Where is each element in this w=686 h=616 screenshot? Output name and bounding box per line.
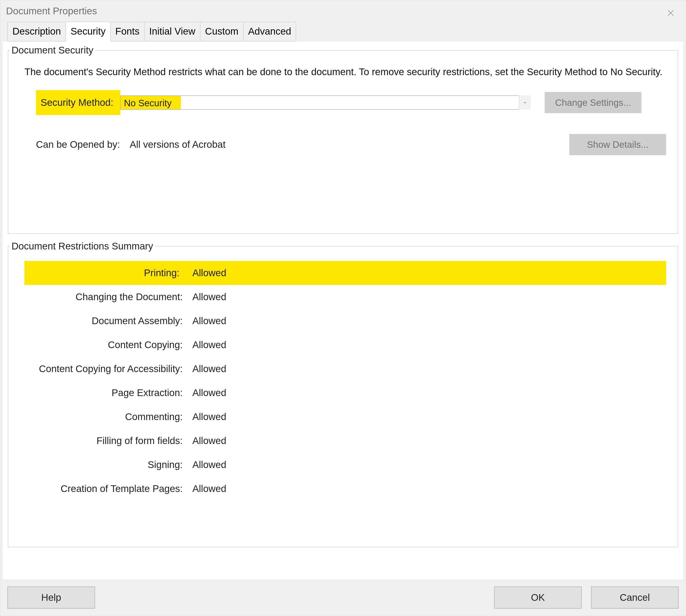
restriction-value: Allowed (186, 263, 240, 283)
tab-description[interactable]: Description (7, 22, 66, 42)
restriction-value: Allowed (186, 435, 226, 446)
restriction-row: Content Copying:Allowed (24, 333, 666, 357)
show-details-button[interactable]: Show Details... (569, 134, 666, 155)
dialog-footer: Help OK Cancel (0, 579, 686, 616)
restriction-row: Document Assembly:Allowed (24, 309, 666, 333)
close-button[interactable] (665, 7, 676, 18)
restriction-row: Content Copying for Accessibility:Allowe… (24, 357, 666, 381)
restriction-row: Page Extraction:Allowed (24, 381, 666, 405)
security-intro-text: The document's Security Method restricts… (24, 65, 666, 79)
tab-custom[interactable]: Custom (200, 22, 243, 42)
restriction-value: Allowed (186, 483, 226, 494)
restriction-value: Allowed (186, 291, 226, 303)
close-icon (667, 9, 675, 17)
tab-content: Document Security The document's Securit… (3, 42, 683, 579)
tab-security[interactable]: Security (65, 22, 111, 42)
restriction-label: Signing: (24, 459, 186, 470)
security-method-label-highlight: Security Method: (36, 90, 120, 115)
restriction-label: Filling of form fields: (24, 435, 186, 446)
tab-initial-view[interactable]: Initial View (144, 22, 200, 42)
restriction-label: Changing the Document: (24, 291, 186, 303)
restrictions-summary-group: Document Restrictions Summary Printing:A… (8, 241, 678, 547)
opened-by-value: All versions of Acrobat (130, 139, 226, 150)
change-settings-button[interactable]: Change Settings... (544, 92, 642, 113)
restriction-label: Content Copying for Accessibility: (24, 363, 186, 374)
restriction-row: Commenting:Allowed (24, 405, 666, 429)
tab-fonts[interactable]: Fonts (110, 22, 145, 42)
restriction-value: Allowed (186, 363, 226, 374)
restriction-value: Allowed (186, 411, 226, 422)
restriction-row: Printing:Allowed (24, 261, 666, 285)
restriction-row: Filling of form fields:Allowed (24, 429, 666, 453)
restriction-row: Changing the Document:Allowed (24, 285, 666, 309)
restriction-value: Allowed (186, 315, 226, 326)
restriction-label: Creation of Template Pages: (24, 483, 186, 494)
security-method-select[interactable]: No Security (120, 95, 531, 110)
cancel-button[interactable]: Cancel (591, 587, 679, 609)
opened-by-label: Can be Opened by: (36, 139, 120, 150)
security-method-value: No Security (121, 96, 181, 109)
restriction-label: Content Copying: (24, 339, 186, 350)
tab-advanced[interactable]: Advanced (243, 22, 296, 42)
restriction-value: Allowed (186, 459, 226, 470)
dropdown-arrow[interactable] (519, 95, 531, 110)
restriction-label: Printing: (24, 263, 186, 283)
titlebar: Document Properties (0, 0, 686, 22)
restriction-value: Allowed (186, 339, 226, 350)
help-button[interactable]: Help (7, 587, 95, 609)
restriction-row: Signing:Allowed (24, 453, 666, 477)
restriction-label: Page Extraction: (24, 387, 186, 398)
restriction-label: Document Assembly: (24, 315, 186, 326)
restriction-value: Allowed (186, 387, 226, 398)
document-security-legend: Document Security (10, 45, 95, 56)
restriction-label: Commenting: (24, 411, 186, 422)
tab-strip: DescriptionSecurityFontsInitial ViewCust… (0, 22, 686, 42)
security-method-label: Security Method: (41, 97, 113, 108)
chevron-down-icon (523, 100, 527, 105)
restriction-row: Creation of Template Pages:Allowed (24, 477, 666, 501)
document-security-group: Document Security The document's Securit… (8, 45, 678, 234)
ok-button[interactable]: OK (494, 587, 582, 609)
window-title: Document Properties (6, 5, 97, 17)
restrictions-summary-legend: Document Restrictions Summary (10, 241, 155, 252)
document-properties-dialog: Document Properties DescriptionSecurityF… (0, 0, 686, 616)
